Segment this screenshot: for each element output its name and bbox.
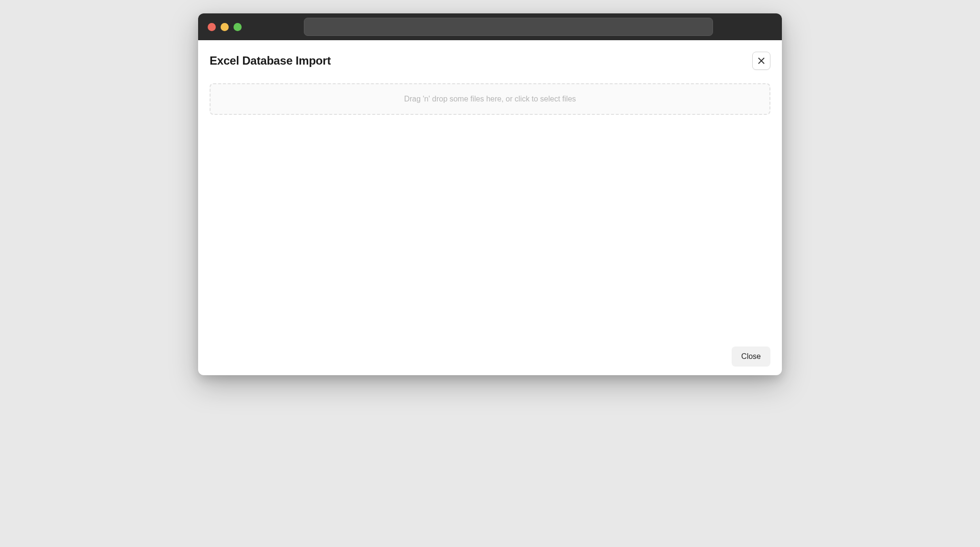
window-titlebar — [198, 13, 782, 40]
spacer — [210, 115, 770, 346]
address-bar[interactable] — [304, 18, 713, 36]
close-button[interactable]: Close — [732, 346, 770, 367]
window-minimize-button[interactable] — [221, 23, 229, 31]
modal-content: Excel Database Import Drag 'n' drop some… — [198, 40, 782, 375]
modal-footer: Close — [210, 346, 770, 367]
file-dropzone[interactable]: Drag 'n' drop some files here, or click … — [210, 83, 770, 115]
modal-header: Excel Database Import — [210, 52, 770, 70]
window-close-button[interactable] — [208, 23, 216, 31]
close-icon — [757, 57, 765, 65]
modal-close-x-button[interactable] — [752, 52, 770, 70]
modal-title: Excel Database Import — [210, 54, 331, 67]
traffic-lights — [208, 23, 242, 31]
window-maximize-button[interactable] — [234, 23, 242, 31]
app-window: Excel Database Import Drag 'n' drop some… — [198, 13, 782, 375]
